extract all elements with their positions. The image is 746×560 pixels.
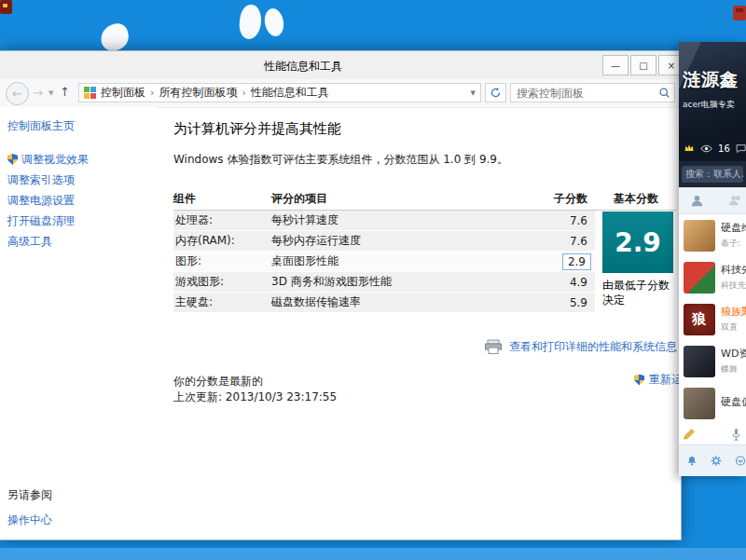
search-box[interactable] bbox=[510, 83, 675, 102]
list-item-contact[interactable]: 硬盘促 bbox=[679, 382, 746, 424]
contact-name: 硬盘促 bbox=[721, 395, 746, 409]
sidebar-item-visual-effects[interactable]: 调整视觉效果 bbox=[0, 149, 157, 170]
desktop-icon-shape bbox=[98, 21, 131, 53]
desktop-icon-shape bbox=[238, 4, 264, 41]
contact-message: 双直 bbox=[721, 321, 746, 334]
maximize-button[interactable]: □ bbox=[630, 55, 656, 75]
score-rows: 处理器: 每秒计算速度 7.6 内存(RAM): 每秒内存运行速度 7.6 图形… bbox=[173, 211, 595, 313]
uac-shield-icon bbox=[7, 154, 18, 165]
more-icon[interactable] bbox=[735, 454, 746, 468]
back-button[interactable]: ← bbox=[6, 82, 29, 105]
see-also-header: 另请参阅 bbox=[7, 487, 52, 503]
sidebar: 控制面板主页 调整视觉效果 调整索引选项 调整电源设置 打开磁盘清理 高级工具 bbox=[0, 107, 157, 540]
up-button[interactable]: ↑ bbox=[60, 85, 70, 99]
rated-item: 桌面图形性能 bbox=[271, 253, 530, 269]
status-line: 你的分数是最新的 bbox=[173, 374, 680, 389]
breadcrumb[interactable]: 控制面板 › 所有控制面板项 › 性能信息和工具 ▼ bbox=[78, 83, 481, 102]
sidebar-item-label: 高级工具 bbox=[7, 234, 52, 250]
contact-message: 条子: bbox=[721, 238, 746, 250]
list-item-contact[interactable]: 硬盘维 条子: bbox=[679, 214, 746, 256]
forward-button[interactable]: → bbox=[33, 86, 43, 100]
base-score-column: 2.9 由最低子分数决定 bbox=[595, 211, 677, 313]
minimize-button[interactable]: — bbox=[602, 55, 629, 75]
base-score-box: 2.9 bbox=[602, 212, 673, 273]
qq-toolbar bbox=[679, 444, 746, 476]
eye-icon[interactable] bbox=[700, 144, 712, 153]
title-bar[interactable]: 性能信息和工具 — □ × bbox=[0, 51, 681, 79]
performance-window: 性能信息和工具 — □ × ← → ▼ ↑ 控制面板 › 所有控制面板项 › 性… bbox=[0, 50, 682, 540]
list-item-contact[interactable]: 狼 狼族聚 双直 bbox=[679, 298, 746, 340]
sidebar-item-label: 调整视觉效果 bbox=[21, 152, 89, 168]
breadcrumb-performance[interactable]: 性能信息和工具 bbox=[251, 85, 329, 101]
rated-item: 每秒内存运行速度 bbox=[271, 233, 530, 249]
breadcrumb-dropdown-icon[interactable]: ▼ bbox=[471, 89, 476, 97]
sidebar-item-disk-cleanup[interactable]: 打开磁盘清理 bbox=[0, 211, 157, 231]
last-update-line: 上次更新: 2013/10/3 23:17:55 bbox=[173, 389, 680, 405]
window-controls: — □ × bbox=[602, 55, 684, 75]
subscore-value: 4.9 bbox=[530, 276, 595, 289]
contact-message: 科技先 bbox=[721, 280, 746, 292]
crown-icon[interactable] bbox=[684, 143, 695, 153]
main-content: 为计算机评分并提高其性能 Windows 体验指数可评估主要系统组件，分数范围从… bbox=[157, 107, 680, 540]
contact-name: 科技先 bbox=[721, 263, 746, 277]
component-label: 图形: bbox=[173, 253, 271, 269]
table-row-graphics: 图形: 桌面图形性能 2.9 bbox=[173, 252, 595, 272]
bell-icon[interactable] bbox=[686, 454, 698, 468]
sidebar-item-power-settings[interactable]: 调整电源设置 bbox=[0, 190, 157, 211]
table-row-primary-disk: 主硬盘: 磁盘数据传输速率 5.9 bbox=[173, 293, 595, 313]
pencil-icon[interactable] bbox=[683, 428, 696, 441]
microphone-icon[interactable] bbox=[730, 428, 742, 442]
refresh-icon bbox=[490, 87, 502, 99]
breadcrumb-control-panel[interactable]: 控制面板 bbox=[101, 85, 145, 101]
gear-icon[interactable] bbox=[711, 454, 722, 468]
component-label: 处理器: bbox=[173, 212, 271, 228]
breadcrumb-all-items[interactable]: 所有控制面板项 bbox=[159, 85, 237, 101]
taskbar[interactable] bbox=[0, 548, 746, 560]
subscore-value: 5.9 bbox=[530, 296, 595, 309]
column-header-item: 评分的项目 bbox=[271, 191, 530, 207]
sidebar-item-indexing-options[interactable]: 调整索引选项 bbox=[0, 170, 157, 190]
component-label: 主硬盘: bbox=[173, 294, 271, 310]
list-item-contact[interactable]: WD资 蝶舞 bbox=[679, 340, 746, 382]
avatar bbox=[684, 388, 715, 419]
sidebar-item-action-center[interactable]: 操作中心 bbox=[7, 512, 52, 528]
score-status: 你的分数是最新的 上次更新: 2013/10/3 23:17:55 bbox=[173, 374, 680, 405]
search-input[interactable] bbox=[515, 86, 658, 101]
history-chevron-icon[interactable]: ▼ bbox=[48, 89, 53, 97]
desktop-icon-red[interactable] bbox=[0, 0, 12, 14]
qq-edit-row bbox=[679, 424, 746, 444]
groups-tab-icon[interactable] bbox=[728, 194, 742, 208]
search-icon[interactable] bbox=[658, 87, 670, 99]
sidebar-item-advanced-tools[interactable]: 高级工具 bbox=[0, 231, 157, 252]
print-details-row: 查看和打印详细的性能和系统信息 bbox=[173, 339, 677, 355]
desktop-icon-red-right[interactable] bbox=[733, 6, 746, 20]
window-title: 性能信息和工具 bbox=[0, 59, 606, 75]
sidebar-item-label: 调整索引选项 bbox=[7, 172, 75, 188]
table-row-gaming-graphics: 游戏图形: 3D 商务和游戏图形性能 4.9 bbox=[173, 272, 595, 293]
list-item-contact[interactable]: 科技先 科技先 bbox=[679, 256, 746, 298]
desktop: { "colors": { "desktop": "#1489dc", "tas… bbox=[0, 0, 746, 560]
chat-icon[interactable] bbox=[736, 143, 746, 154]
contact-name: 狼族聚 bbox=[721, 305, 746, 319]
contact-name: WD资 bbox=[721, 347, 746, 361]
sidebar-item-control-panel-home[interactable]: 控制面板主页 bbox=[7, 118, 157, 134]
breadcrumb-separator: › bbox=[242, 87, 245, 99]
rated-item: 3D 商务和游戏图形性能 bbox=[271, 274, 530, 290]
lowest-subscore-value: 2.9 bbox=[562, 253, 591, 270]
component-label: 内存(RAM): bbox=[173, 233, 271, 249]
qq-shop-subtitle: acer电脑专卖 bbox=[683, 99, 746, 111]
avatar bbox=[684, 220, 715, 252]
refresh-button[interactable] bbox=[485, 83, 506, 102]
column-header-base-score: 基本分数 bbox=[595, 191, 677, 207]
contact-name: 硬盘维 bbox=[721, 221, 746, 235]
score-table-header: 组件 评分的项目 子分数 基本分数 bbox=[173, 188, 677, 211]
qq-stats-row: 16 bbox=[679, 135, 746, 161]
qq-search-input[interactable]: 搜索：联系人... bbox=[682, 166, 743, 183]
contact-message: 蝶舞 bbox=[721, 363, 746, 376]
subscore-value: 7.6 bbox=[530, 214, 595, 227]
base-score-caption: 由最低子分数决定 bbox=[602, 278, 673, 307]
view-print-details-link[interactable]: 查看和打印详细的性能和系统信息 bbox=[509, 339, 677, 355]
qq-tabs bbox=[679, 187, 746, 214]
contacts-tab-person-icon[interactable] bbox=[690, 194, 704, 208]
control-panel-icon bbox=[84, 87, 96, 99]
